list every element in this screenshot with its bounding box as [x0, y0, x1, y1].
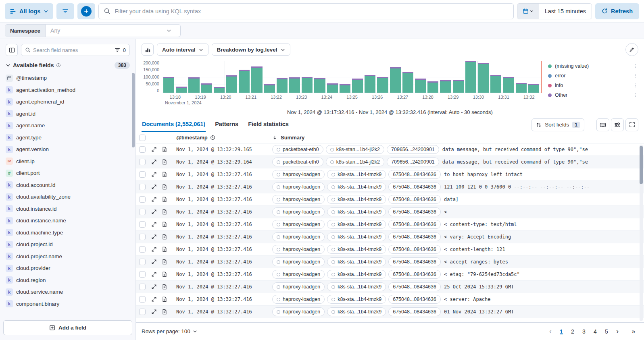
legend-menu-icon[interactable]: [633, 83, 638, 88]
field-list-item[interactable]: k cloud.account.id: [6, 179, 130, 191]
legend-item[interactable]: error: [548, 73, 638, 79]
histogram-bar[interactable]: [226, 75, 237, 93]
tab-patterns[interactable]: Patterns: [215, 118, 239, 132]
doc-view-icon[interactable]: [162, 184, 167, 190]
row-checkbox[interactable]: [139, 196, 146, 203]
expand-row-icon[interactable]: [151, 172, 157, 177]
summary-badge[interactable]: haproxy-loadgen: [272, 170, 325, 179]
summary-badge[interactable]: 675048...08434636: [388, 295, 441, 304]
previous-page-button[interactable]: ‹: [546, 326, 555, 337]
saved-filters-button[interactable]: [56, 3, 74, 19]
summary-badge[interactable]: packetbeat-eth0: [272, 145, 323, 154]
doc-view-icon[interactable]: [162, 309, 167, 315]
histogram-bar[interactable]: [478, 63, 489, 93]
kql-query-input[interactable]: [115, 8, 508, 15]
tab-field-statistics[interactable]: Field statistics: [248, 118, 289, 132]
field-list-item[interactable]: k agent.name: [6, 120, 130, 132]
histogram-bar[interactable]: [277, 78, 288, 93]
available-fields-header[interactable]: Available fields 383: [0, 61, 135, 72]
time-range-button[interactable]: Last 15 minutes: [539, 4, 592, 19]
summary-badge[interactable]: packetbeat-eth0: [272, 158, 323, 166]
field-list-item[interactable]: k cloud.region: [6, 274, 130, 286]
summary-badge[interactable]: 675048...08434636: [388, 182, 441, 191]
table-row[interactable]: Nov 1, 2024 @ 13:32:27.416 haproxy-loadg…: [136, 306, 644, 318]
legend-menu-icon[interactable]: [633, 64, 638, 68]
doc-view-icon[interactable]: [162, 159, 167, 165]
table-row[interactable]: Nov 1, 2024 @ 13:32:27.416 haproxy-loadg…: [136, 281, 644, 293]
table-row[interactable]: Nov 1, 2024 @ 13:32:27.416 haproxy-loadg…: [136, 193, 644, 206]
row-checkbox[interactable]: [139, 259, 146, 265]
row-checkbox[interactable]: [139, 284, 146, 290]
field-list-item[interactable]: k cloud.service.name: [6, 286, 130, 298]
breakdown-dropdown[interactable]: Breakdown by log.level: [212, 44, 290, 56]
page-button-1[interactable]: 1: [556, 326, 567, 337]
sidebar-scrollbar[interactable]: [132, 73, 135, 147]
legend-item[interactable]: (missing value): [548, 63, 638, 69]
field-filter-icon[interactable]: [115, 47, 120, 53]
summary-badge[interactable]: k8s-sta...1b4-tmzk9: [327, 195, 386, 204]
table-row[interactable]: Nov 1, 2024 @ 13:32:27.416 haproxy-loadg…: [136, 168, 644, 181]
kql-query-bar[interactable]: [98, 3, 513, 19]
doc-view-icon[interactable]: [162, 259, 167, 265]
field-list-item[interactable]: k cloud.project.name: [6, 251, 130, 263]
collapse-sidebar-button[interactable]: [6, 44, 18, 56]
expand-row-icon[interactable]: [151, 234, 157, 240]
summary-badge[interactable]: 675048...08434636: [388, 270, 441, 279]
edit-visualization-button[interactable]: [625, 43, 638, 56]
histogram-bar[interactable]: [163, 77, 174, 93]
summary-badge[interactable]: k8s-sta...1b4-tmzk9: [327, 307, 386, 316]
histogram-bar[interactable]: [390, 67, 401, 93]
summary-badge[interactable]: haproxy-loadgen: [272, 220, 325, 229]
table-row[interactable]: Nov 1, 2024 @ 13:32:27.416 haproxy-loadg…: [136, 231, 644, 243]
summary-badge[interactable]: haproxy-loadgen: [272, 307, 325, 316]
row-checkbox[interactable]: [139, 271, 146, 278]
expand-row-icon[interactable]: [151, 259, 157, 265]
next-page-button[interactable]: ›: [613, 326, 622, 337]
doc-view-icon[interactable]: [162, 147, 167, 152]
table-row[interactable]: Nov 1, 2024 @ 13:32:27.416 haproxy-loadg…: [136, 293, 644, 306]
field-list-item[interactable]: k cloud.project.id: [6, 238, 130, 251]
page-button-4[interactable]: 4: [590, 326, 600, 337]
field-list-item[interactable]: # client.port: [6, 167, 130, 179]
page-button-3[interactable]: 3: [579, 326, 589, 337]
doc-view-icon[interactable]: [162, 222, 167, 227]
add-field-button[interactable]: Add a field: [3, 320, 132, 335]
histogram-bar[interactable]: [201, 83, 212, 93]
summary-badge[interactable]: k8s-sta...1b4-tmzk9: [327, 257, 386, 266]
expand-row-icon[interactable]: [151, 197, 157, 202]
quick-select-date-button[interactable]: [517, 4, 539, 19]
summary-badge[interactable]: k8s-sta...1b4-tmzk9: [327, 282, 386, 291]
field-search-box[interactable]: 0: [21, 44, 130, 56]
field-search-input[interactable]: [33, 47, 112, 53]
histogram-bar[interactable]: [415, 79, 426, 93]
last-page-button[interactable]: »: [629, 326, 638, 337]
row-checkbox[interactable]: [139, 209, 146, 215]
histogram-bar[interactable]: [377, 77, 388, 93]
summary-badge[interactable]: 709656...24200901: [387, 158, 439, 166]
expand-row-icon[interactable]: [151, 309, 157, 315]
field-list-item[interactable]: k agent.version: [6, 143, 130, 155]
summary-badge[interactable]: 675048...08434636: [388, 307, 441, 316]
summary-badge[interactable]: 675048...08434636: [388, 220, 441, 229]
doc-view-icon[interactable]: [162, 272, 167, 277]
field-list-item[interactable]: k component.binary: [6, 298, 130, 310]
sort-fields-button[interactable]: Sort fields 1: [531, 118, 584, 131]
histogram-bar[interactable]: [314, 78, 325, 93]
histogram-bar[interactable]: [352, 79, 363, 93]
summary-badge[interactable]: k8s-sta...1b4-tmzk9: [327, 207, 386, 216]
summary-badge[interactable]: k8s-sta...1b4-tmzk9: [327, 220, 386, 229]
summary-badge[interactable]: haproxy-loadgen: [272, 245, 325, 254]
expand-row-icon[interactable]: [151, 284, 157, 290]
histogram-bar[interactable]: [302, 77, 313, 93]
summary-badge[interactable]: 675048...08434636: [388, 232, 441, 241]
row-checkbox[interactable]: [139, 184, 146, 190]
row-checkbox[interactable]: [139, 171, 146, 178]
histogram-bar[interactable]: [340, 84, 350, 93]
timestamp-column-header[interactable]: @timestamp: [176, 135, 208, 141]
histogram-bar[interactable]: [365, 75, 375, 93]
doc-view-icon[interactable]: [162, 284, 167, 290]
histogram-bar[interactable]: [503, 77, 514, 93]
histogram-bar[interactable]: [440, 80, 451, 93]
fullscreen-button[interactable]: [625, 118, 638, 131]
chart-toggle-button[interactable]: [142, 44, 154, 56]
